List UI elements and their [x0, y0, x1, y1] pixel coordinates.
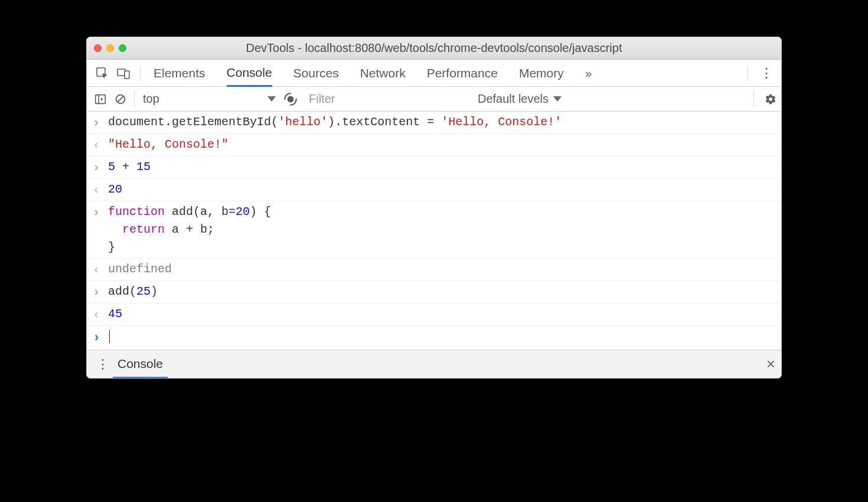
console-settings-icon[interactable] [765, 93, 776, 105]
svg-marker-5 [101, 97, 103, 101]
tab-label: Sources [293, 66, 339, 80]
panel-tabs: Elements Console Sources Network Perform… [154, 60, 592, 86]
console-line-content: "Hello, Console!" [108, 136, 775, 154]
chevron-down-icon [553, 96, 562, 102]
tab-elements[interactable]: Elements [154, 60, 205, 86]
inspect-element-icon[interactable] [94, 65, 110, 82]
minimize-window-button[interactable] [106, 44, 114, 52]
input-marker-icon [93, 158, 108, 177]
console-line-content: 45 [108, 305, 775, 323]
input-marker-icon [93, 283, 108, 301]
live-expression-icon[interactable] [283, 92, 298, 107]
window-controls [94, 44, 126, 52]
tabs-overflow-button[interactable]: » [585, 60, 592, 86]
output-marker-icon [93, 181, 108, 199]
log-levels-selector[interactable]: Default levels [478, 92, 562, 106]
drawer-tab-console[interactable]: Console [113, 351, 168, 379]
tab-label: Network [360, 66, 406, 80]
svg-rect-1 [118, 69, 125, 76]
separator [748, 66, 748, 81]
separator [140, 66, 141, 81]
drawer-menu-button[interactable]: ⋮ [93, 357, 113, 372]
device-toolbar-icon[interactable] [115, 65, 132, 82]
tab-label: Console [227, 66, 272, 80]
svg-rect-3 [96, 94, 106, 103]
console-output-row: 45 [87, 304, 781, 326]
context-label: top [143, 92, 159, 106]
console-input-row: 5 + 15 [87, 157, 781, 179]
tab-console[interactable]: Console [227, 60, 272, 87]
overflow-glyph: » [585, 66, 592, 80]
console-line-content: function add(a, b=20) { return a + b; } [108, 203, 775, 256]
tab-label: Performance [427, 66, 498, 80]
console-output-row: undefined [87, 259, 781, 281]
drawer: ⋮ Console × [87, 350, 781, 378]
chevron-down-icon [267, 96, 276, 102]
output-marker-icon [93, 260, 108, 279]
console-log-area[interactable]: document.getElementById('hello').textCon… [87, 112, 781, 350]
tab-label: Elements [154, 66, 205, 80]
console-line-content: 20 [108, 181, 775, 198]
close-drawer-icon[interactable]: × [766, 355, 775, 373]
levels-label: Default levels [478, 92, 549, 106]
console-toolbar: top Default levels [87, 87, 781, 112]
svg-line-7 [118, 96, 123, 102]
console-prompt-input[interactable] [108, 328, 775, 345]
console-line-content: document.getElementById('hello').textCon… [108, 113, 775, 131]
output-marker-icon [93, 136, 108, 154]
input-marker-icon [93, 203, 108, 221]
text-cursor [109, 330, 110, 343]
console-input-row: document.getElementById('hello').textCon… [87, 112, 781, 134]
console-input-row: add(25) [87, 281, 781, 304]
input-marker-icon [93, 113, 108, 132]
execution-context-selector[interactable]: top [134, 92, 276, 107]
console-input-row: function add(a, b=20) { return a + b; } [87, 201, 781, 259]
console-line-content: add(25) [108, 283, 775, 301]
console-line-content: 5 + 15 [108, 158, 775, 176]
clear-console-icon[interactable] [114, 93, 127, 106]
tab-memory[interactable]: Memory [519, 60, 564, 86]
console-sidebar-toggle-icon[interactable] [94, 93, 107, 106]
output-marker-icon [93, 305, 108, 324]
filter-input[interactable] [305, 91, 471, 107]
devtools-window: DevTools - localhost:8080/web/tools/chro… [86, 37, 782, 379]
main-menu-button[interactable]: ⋮ [756, 66, 776, 81]
svg-point-8 [288, 96, 294, 102]
tab-label: Memory [519, 66, 564, 80]
console-output-row: 20 [87, 179, 781, 201]
titlebar: DevTools - localhost:8080/web/tools/chro… [87, 37, 781, 60]
console-line-content: undefined [108, 260, 775, 278]
svg-rect-2 [125, 71, 129, 79]
zoom-window-button[interactable] [119, 44, 126, 52]
panel-tabbar: Elements Console Sources Network Perform… [87, 60, 781, 87]
window-title: DevTools - localhost:8080/web/tools/chro… [87, 41, 781, 55]
drawer-tab-label: Console [118, 357, 163, 371]
tab-performance[interactable]: Performance [427, 60, 498, 86]
separator [753, 92, 754, 107]
prompt-marker-icon [93, 328, 108, 348]
console-output-row: "Hello, Console!" [87, 134, 781, 157]
tab-sources[interactable]: Sources [293, 60, 339, 86]
tab-network[interactable]: Network [360, 60, 406, 86]
console-prompt-row[interactable] [87, 326, 781, 350]
close-window-button[interactable] [94, 44, 102, 52]
